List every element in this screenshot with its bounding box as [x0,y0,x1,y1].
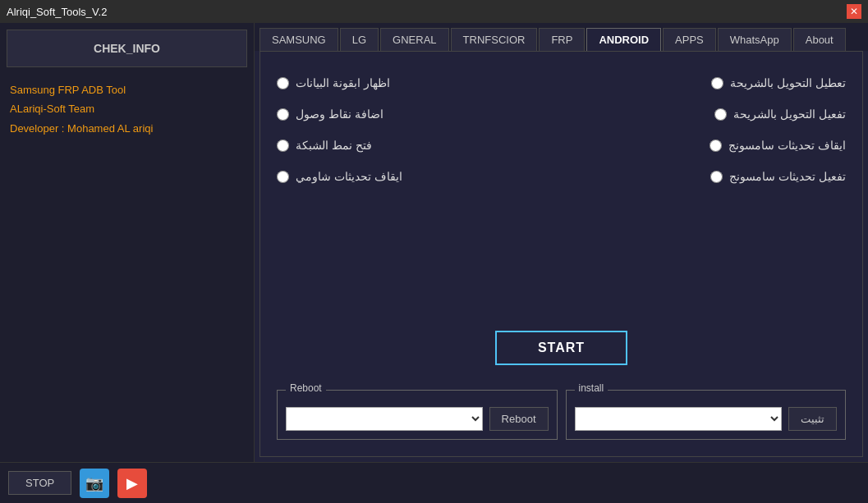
close-button[interactable]: ✕ [847,4,861,19]
radio-col-left: اظهار ابقونة البيانات اضافة نقاط وصول فت… [277,68,402,314]
tab-samsung[interactable]: SAMSUNG [259,28,338,51]
reboot-dropdown[interactable] [286,407,483,431]
reboot-section: Reboot Reboot [277,390,558,440]
radio-show-data-input[interactable] [277,77,289,89]
radio-add-access-points[interactable]: اضافة نقاط وصول [277,107,402,121]
radio-enable-samsung-updates[interactable]: تفعيل تحديثات سامسونج [710,170,846,183]
radio-enable-sim[interactable]: تفعيل التحويل بالشريحة [714,107,846,121]
radio-enable-samsung-input[interactable] [710,171,723,183]
bottom-bar: STOP 📷 ▶ [0,462,868,503]
radio-enable-sim-input[interactable] [714,108,727,121]
chek-info-bar: CHEK_INFO [7,30,247,67]
radio-disable-sim-label: تعطيل التحويل بالشريحة [730,76,846,89]
radio-section: اظهار ابقونة البيانات اضافة نقاط وصول فت… [277,68,846,314]
stop-button[interactable]: STOP [8,471,71,495]
install-dropdown[interactable] [575,407,783,431]
start-section: START [277,331,846,365]
install-label: install [575,382,609,394]
tab-gneral[interactable]: GNERAL [380,28,448,51]
radio-open-network[interactable]: فتح نمط الشبكة [277,139,402,152]
title-text: Alriqi_Soft_Tools_V.2 [7,6,107,18]
install-button[interactable]: تثبيت [788,407,837,431]
android-content: اظهار ابقونة البيانات اضافة نقاط وصول فت… [259,51,863,457]
radio-enable-samsung-label: تفعيل تحديثات سامسونج [729,170,846,183]
radio-disable-sim-input[interactable] [711,77,723,89]
reboot-inner: Reboot [286,407,549,431]
info-line-1: Samsung FRP ADB Tool [10,80,244,99]
bottom-sections: Reboot Reboot install ت [277,390,846,440]
radio-disable-sim[interactable]: تعطيل التحويل بالشريحة [711,76,846,89]
radio-add-access-input[interactable] [277,108,289,121]
radio-col-right: تعطيل التحويل بالشريحة تفعيل التحويل بال… [710,68,846,314]
tab-trnfscior[interactable]: TRNFSCIOR [451,28,538,51]
install-inner: تثبيت [575,407,838,431]
tabs-bar: SAMSUNG LG GNERAL TRNFSCIOR FRP ANDROID … [255,23,868,51]
reboot-button[interactable]: Reboot [489,407,549,431]
radio-show-data-label: اظهار ابقونة البيانات [296,76,390,89]
tab-whatsapp[interactable]: WhatsApp [718,28,792,51]
tab-android[interactable]: ANDROID [586,28,661,51]
radio-add-access-label: اضافة نقاط وصول [296,107,383,121]
info-text: Samsung FRP ADB Tool ALariqi-Soft Team D… [0,74,254,144]
info-line-2: ALariqi-Soft Team [10,99,244,118]
left-panel: CHEK_INFO Samsung FRP ADB Tool ALariqi-S… [0,23,255,462]
youtube-icon: ▶ [126,474,138,492]
radio-stop-xiaomi-updates[interactable]: ايقاف تحديثات شاومي [277,170,402,183]
main-container: CHEK_INFO Samsung FRP ADB Tool ALariqi-S… [0,23,868,462]
tab-apps[interactable]: APPS [663,28,716,51]
tab-about[interactable]: About [793,28,846,51]
radio-stop-xiaomi-input[interactable] [277,171,289,183]
radio-enable-sim-label: تفعيل التحويل بالشريحة [733,107,846,121]
tab-frp[interactable]: FRP [539,28,585,51]
radio-open-network-input[interactable] [277,139,289,152]
info-line-3: Developer : Mohamed AL ariqi [10,119,244,138]
radio-show-data-icon[interactable]: اظهار ابقونة البيانات [277,76,402,89]
reboot-label: Reboot [286,382,326,394]
youtube-button[interactable]: ▶ [117,469,147,498]
radio-stop-samsung-label: ايقاف تحديثات سامسونج [728,139,846,152]
radio-stop-samsung-input[interactable] [710,139,722,152]
right-panel: SAMSUNG LG GNERAL TRNFSCIOR FRP ANDROID … [255,23,868,462]
radio-stop-samsung-updates[interactable]: ايقاف تحديثات سامسونج [710,139,846,152]
radio-open-network-label: فتح نمط الشبكة [296,139,372,152]
titlebar: Alriqi_Soft_Tools_V.2 ✕ [0,0,868,23]
tab-lg[interactable]: LG [340,28,379,51]
start-button[interactable]: START [495,331,627,365]
install-section: install تثبيت [566,390,847,440]
camera-button[interactable]: 📷 [80,469,109,498]
camera-icon: 📷 [85,474,103,492]
radio-stop-xiaomi-label: ايقاف تحديثات شاومي [296,170,402,183]
